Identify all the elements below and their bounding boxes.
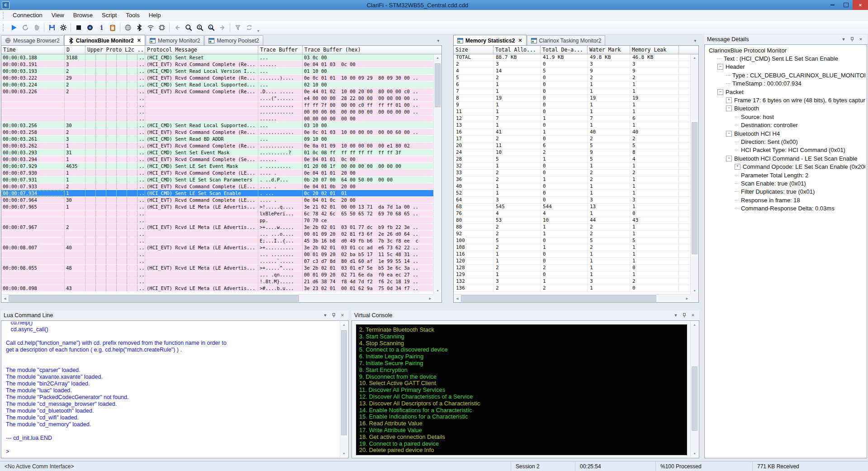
trace-row[interactable]: 00:00:07.9651...(HCI_EVT) Rcvd LE Meta (… [1,204,434,210]
info-button[interactable]: i [95,22,107,33]
memory-row[interactable]: 1362210 [454,285,691,292]
trace-row[interactable]: 00:00:03.2613...(HCI_CMD) Sent Read BD A… [1,136,434,143]
column-header-size[interactable]: Size [454,46,493,54]
protocol-vertical-scrollbar[interactable]: ▲ ▼ [433,54,441,295]
memory-row[interactable]: 882121 [454,224,691,231]
memory-row[interactable]: 23033 [454,61,691,68]
trace-row[interactable]: 00:00:03.2621...(HCI_EVT) Rcvd Command C… [1,143,434,149]
tree-item[interactable]: +Command Opcode: LE Set Scan Enable (0x2… [706,162,865,171]
menu-browse[interactable]: Browse [69,10,97,20]
tree-item[interactable]: Direction: Sent (0x00) [706,138,865,146]
save-button[interactable] [46,22,57,33]
trace-row[interactable]: 00:00:03.1883188...(HCI_CMD) Sent Reset.… [1,54,434,61]
memory-row[interactable]: 1282210 [454,265,691,271]
tree-item[interactable]: Text : (HCI_CMD) Sent LE Set Scan Enable [706,54,865,62]
minimize-button[interactable] [825,0,839,10]
trace-row[interactable]: 00:00:08.00740...(HCI_EVT) Rcvd LE Meta … [1,244,434,251]
memory-row[interactable]: 2410298 [454,149,691,156]
search-time-button[interactable]: L [205,22,217,33]
trace-row[interactable]: 00:00:03.2941...(HCI_EVT) Rcvd Command C… [1,156,434,163]
memory-row[interactable]: 1161011 [454,251,691,258]
scroll-left-arrow[interactable]: ◀ [454,297,461,300]
scrollbar-thumb[interactable] [341,330,347,435]
collapse-icon[interactable]: − [726,131,732,137]
tree-item[interactable]: Source: host [706,113,865,121]
tab-clarinox-tasking-monitor2[interactable]: Clarinox Tasking Monitor2 [527,35,606,45]
memory-row[interactable]: 1005055 [454,238,691,244]
trace-row[interactable]: 00:00:07.9294635...(HCI_CMD) Sent LE Set… [1,163,434,170]
collapse-icon[interactable]: − [726,105,732,111]
trace-row[interactable]: ...lxBlePeri...6c 78 42 6c 65 50 65 72 6… [1,210,434,217]
tree-item[interactable]: −Bluetooth HCI Command - LE Set Scan Ena… [706,154,865,162]
memory-row[interactable]: 111011 [454,109,691,115]
trace-row[interactable]: 00:00:03.25630...(HCI_CMD) Sent Read Loc… [1,122,434,129]
trace-row[interactable]: 00:00:03.2242...(HCI_CMD) Sent Read Loca… [1,81,434,88]
filter-button[interactable] [232,22,243,33]
trace-row[interactable]: ...E;...I..{...45 3b 16 b8 d0 49 fb b6 7… [1,238,434,244]
panel-close-button[interactable]: ✕ [339,312,346,319]
pin-icon[interactable] [681,312,688,319]
scroll-down-arrow[interactable]: ▼ [691,450,698,457]
memory-row[interactable]: 332022 [454,170,691,176]
menu-view[interactable]: View [47,10,69,20]
tree-item[interactable]: Type : CLX_DEBUG_CLARINOX_BLUE_MONITOR_P… [706,71,865,79]
menu-help[interactable]: Help [144,10,166,20]
protocol-horizontal-scrollbar[interactable]: ◀ ▶ [1,294,434,302]
scrollbar-thumb[interactable] [461,295,656,302]
scroll-down-arrow[interactable]: ▼ [691,287,698,295]
tree-item[interactable]: Filter Duplicates: true (0x01) [706,188,865,196]
memory-row[interactable]: 1082121 [454,244,691,251]
memory-row[interactable]: 414599 [454,68,691,75]
pin-icon[interactable] [330,312,337,319]
tree-item[interactable]: Command-Response Delta: 0.03ms [706,204,865,212]
close-button[interactable]: × [853,0,868,10]
column-header-trace-buffer-hex[interactable]: Trace Buffer (hex) [303,46,441,54]
trace-row[interactable]: 00:00:07.96430...(HCI_EVT) Rcvd Command … [1,197,434,204]
bluetooth-button[interactable] [133,22,145,33]
trace-row[interactable]: 00:00:07.9332...(HCI_EVT) Rcvd Command C… [1,183,434,190]
trace-row[interactable]: .........00 00 00 00 00 00 [1,115,434,122]
toolbar-overflow-button[interactable]: ▾ [257,29,259,34]
tree-item[interactable]: TimeStamp : 00:00:07.934 [706,80,865,88]
pin-icon[interactable] [849,36,856,43]
trace-row[interactable]: ...............ff ff 7f 00 00 00 c0 ff f… [1,102,434,109]
column-header-total-de-a[interactable]: Total De-a... [541,46,588,54]
tree-item[interactable]: +Frame 17: 6 bytes on wire (48 bits), 6 … [706,96,865,104]
trace-row[interactable]: 00:00:03.1932...(HCI_CMD) Sent Read Loca… [1,68,434,75]
trace-row[interactable]: 00:00:03.2262...(HCI_EVT) Rcvd Command C… [1,88,434,95]
trace-row[interactable]: ...pp.70 70 ce [1,217,434,224]
memory-tabstrip-dropdown[interactable]: ▼ [693,39,697,43]
scroll-left-arrow[interactable]: ◀ [1,297,9,300]
trace-row[interactable]: 00:00:08.05548...(HCI_EVT) Rcvd LE Meta … [1,265,434,271]
memory-vertical-scrollbar[interactable]: ▲ ▼ [690,54,698,295]
memory-row[interactable]: 131011 [454,122,691,129]
menu-connection[interactable]: Connection [8,10,47,20]
trace-row[interactable]: 00:00:07.9311...(HCI_CMD) Sent LE Set Sc… [1,176,434,183]
tree-item[interactable]: Destination: controller [706,121,865,129]
trace-row[interactable]: ...... .qn.....00 01 09 20 02 71 6e da f… [1,271,434,278]
trace-row[interactable]: ...... ........00 01 09 20 02 ba b5 17 1… [1,251,434,258]
column-header-trace-buffer[interactable]: Trace Buffer [258,46,303,54]
console-vertical-scrollbar[interactable]: ▲ ▼ [690,321,698,457]
memory-row[interactable]: 68545544131 [454,204,691,210]
memory-row[interactable]: 1323132 [454,278,691,285]
play-button[interactable] [8,22,19,33]
trace-row[interactable]: .......("......e4 00 00 00 28 22 00 00 0… [1,95,434,102]
scrollbar-thumb[interactable] [692,122,697,254]
tab-close-icon[interactable]: ✕ [137,38,141,43]
memory-row[interactable]: 764410 [454,210,691,217]
panel-menu-button[interactable]: ▼ [322,312,329,319]
scroll-right-arrow[interactable]: ▶ [427,297,434,300]
back-arrow-button[interactable] [171,22,183,33]
trace-row[interactable]: 00:00:07.9301...(HCI_EVT) Rcvd Command C… [1,170,434,176]
memory-row[interactable]: 321011 [454,163,691,170]
collapse-icon[interactable]: − [726,156,732,162]
memory-row[interactable]: 164114040 [454,129,691,136]
memory-row[interactable]: 1201011 [454,258,691,265]
scroll-down-arrow[interactable]: ▼ [434,287,441,295]
memory-row[interactable]: 922121 [454,231,691,238]
settings-gear-button[interactable] [57,22,69,33]
trace-row[interactable]: ...... ...o....00 01 09 20 02 81 f3 6f 2… [1,231,434,238]
lua-input-area[interactable]: cd.help() cd.async_call() Call cd.help("… [2,322,340,457]
memory-row[interactable]: 362121 [454,176,691,183]
